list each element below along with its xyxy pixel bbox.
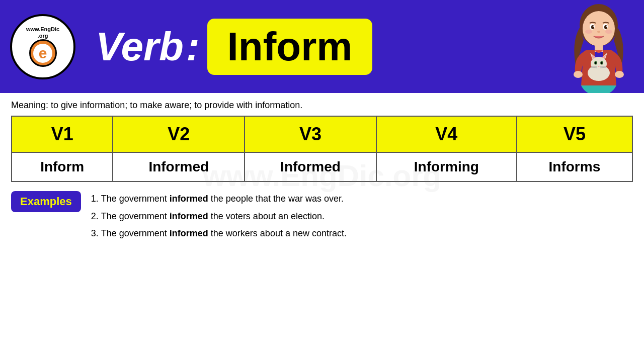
svg-point-6: [593, 26, 594, 27]
svg-point-15: [591, 57, 607, 71]
table-header-row: V1 V2 V3 V4 V5: [12, 116, 632, 152]
svg-point-23: [601, 62, 603, 64]
example-2-prefix: The government: [101, 211, 170, 221]
svg-point-22: [595, 62, 597, 64]
example-3-suffix: the workers about a new contract.: [208, 228, 347, 238]
example-3-bold: informed: [170, 228, 208, 238]
svg-point-1: [583, 11, 615, 46]
example-3: The government informed the workers abou…: [101, 226, 347, 241]
logo-e: e: [33, 44, 52, 63]
character-illustration: [558, 0, 639, 93]
meaning-text: to give information; to make aware; to p…: [51, 100, 302, 110]
logo-icon: e: [29, 39, 57, 67]
svg-point-9: [605, 30, 612, 34]
examples-section: Examples The government informed the peo…: [0, 182, 644, 248]
verb-label: Verb: [96, 24, 184, 70]
svg-point-7: [606, 26, 607, 27]
example-1-bold: informed: [170, 194, 208, 204]
examples-list: The government informed the people that …: [91, 191, 347, 243]
content-area: www.EngDic.org Meaning: to give informat…: [0, 93, 644, 248]
col-v2: V2: [113, 116, 245, 152]
svg-point-4: [591, 25, 594, 29]
logo: www.EngDic.org e: [10, 14, 75, 79]
example-2: The government informed the voters about…: [101, 209, 347, 224]
svg-point-10: [597, 31, 600, 33]
cell-v4: Informing: [376, 152, 517, 182]
cell-v5: Informs: [517, 152, 632, 182]
svg-point-5: [604, 25, 607, 29]
svg-point-12: [574, 71, 583, 78]
meaning-label: Meaning:: [11, 100, 48, 110]
col-v3: V3: [245, 116, 376, 152]
header-word-box: Inform: [207, 19, 373, 75]
cell-v3: Informed: [245, 152, 376, 182]
table-data-row: Inform Informed Informed Informing Infor…: [12, 152, 632, 182]
col-v1: V1: [12, 116, 113, 152]
header-word: Inform: [227, 24, 353, 70]
example-3-prefix: The government: [101, 228, 170, 238]
col-v4: V4: [376, 116, 517, 152]
header-colon: :: [186, 24, 200, 70]
examples-badge: Examples: [11, 191, 81, 212]
meaning-section: Meaning: to give information; to make aw…: [0, 93, 644, 116]
example-1-prefix: The government: [101, 194, 170, 204]
svg-point-13: [615, 71, 624, 78]
svg-point-8: [585, 30, 592, 34]
cell-v1: Inform: [12, 152, 113, 182]
example-1: The government informed the people that …: [101, 191, 347, 207]
example-2-suffix: the voters about an election.: [208, 211, 325, 221]
header-section: www.EngDic.org e Verb : Inform: [0, 0, 644, 93]
logo-text: www.EngDic.org: [26, 26, 59, 39]
example-2-bold: informed: [170, 211, 208, 221]
example-1-suffix: the people that the war was over.: [208, 194, 344, 204]
character-svg: [561, 3, 636, 93]
cell-v2: Informed: [113, 152, 245, 182]
col-v5: V5: [517, 116, 632, 152]
verb-forms-table: V1 V2 V3 V4 V5 Inform Informed Informed …: [11, 116, 633, 182]
